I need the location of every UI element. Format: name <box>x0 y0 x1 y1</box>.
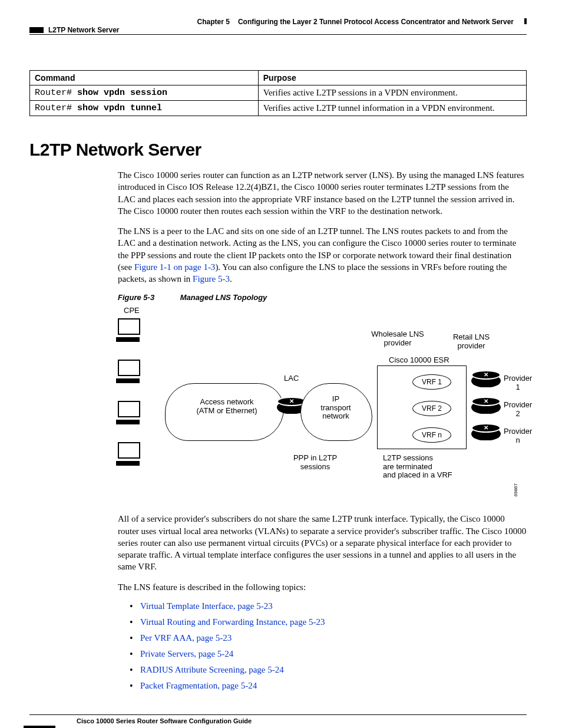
header-decor-bar-right <box>524 18 527 24</box>
body-paragraph: The LNS is a peer to the LAC and sits on… <box>118 225 527 285</box>
topic-link[interactable]: Virtual Routing and Forwarding Instance,… <box>140 617 325 627</box>
label-retail-lns: Retail LNS provider <box>448 333 495 350</box>
topic-link[interactable]: Virtual Template Interface, page 5-23 <box>140 601 273 611</box>
label-cisco-esr: Cisco 10000 ESR <box>389 356 449 364</box>
body-paragraph: All of a service provider's subscribers … <box>118 513 527 572</box>
label-lac: LAC <box>284 374 299 383</box>
label-sessions-terminated: L2TP sessions are terminated and placed … <box>383 454 465 479</box>
label-ip-transport: IP transport network <box>318 395 353 420</box>
list-item: Virtual Template Interface, page 5-23 <box>130 601 527 611</box>
cell-command: Router# show vpdn tunnel <box>30 101 259 116</box>
table-row: Router# show vpdn tunnel Verifies active… <box>30 101 527 116</box>
diagram-id-number: 69867 <box>513 483 518 496</box>
list-item: Per VRF AAA, page 5-23 <box>130 633 527 643</box>
list-item: Private Servers, page 5-24 <box>130 649 527 659</box>
list-item: Packet Fragmentation, page 5-24 <box>130 681 527 691</box>
label-access-network: Access network (ATM or Ethernet) <box>189 398 265 415</box>
table-row: Router# show vpdn session Verifies activ… <box>30 85 527 101</box>
body-paragraph: The Cisco 10000 series router can functi… <box>118 169 527 217</box>
cell-purpose: Verifies active L2TP tunnel information … <box>258 101 526 116</box>
router-icon <box>471 427 501 440</box>
label-provider: Provider n <box>504 427 532 444</box>
header-chapter: Chapter 5 Configuring the Layer 2 Tunnel… <box>197 18 527 26</box>
header-section-text: L2TP Network Server <box>48 26 120 34</box>
topic-list: Virtual Template Interface, page 5-23 Vi… <box>130 601 527 691</box>
topic-link[interactable]: Per VRF AAA, page 5-23 <box>140 633 232 643</box>
header-breadcrumb: L2TP Network Server <box>29 26 120 34</box>
body-paragraph: The LNS feature is described in the foll… <box>118 581 527 593</box>
th-command: Command <box>30 71 259 85</box>
page-footer: Cisco 10000 Series Router Software Confi… <box>29 714 527 728</box>
cpe-icon <box>118 360 139 381</box>
page-number-badge: 5-22 <box>24 726 55 728</box>
cell-purpose: Verifies active L2TP sessions in a VPDN … <box>258 85 526 101</box>
topic-link[interactable]: Private Servers, page 5-24 <box>140 649 233 658</box>
label-provider: Provider 1 <box>504 374 532 391</box>
network-topology-diagram: CPE Access network (ATM or Ethernet) LAC… <box>118 307 518 501</box>
cpe-icon <box>118 401 139 422</box>
cpe-icon <box>118 318 139 340</box>
page-header: L2TP Network Server Chapter 5 Configurin… <box>29 18 527 35</box>
table-header-row: Command Purpose <box>30 71 527 85</box>
chapter-title: Configuring the Layer 2 Tunnel Protocol … <box>238 18 514 26</box>
router-icon <box>471 401 501 414</box>
list-item: RADIUS Attribute Screening, page 5-24 <box>130 665 527 675</box>
label-ppp-sessions: PPP in L2TP sessions <box>289 454 342 471</box>
router-icon <box>471 374 501 387</box>
section-heading: L2TP Network Server <box>29 140 527 160</box>
cpe-icon <box>118 442 139 463</box>
footer-guide-title: Cisco 10000 Series Router Software Confi… <box>77 717 527 724</box>
cell-command: Router# show vpdn session <box>30 85 259 101</box>
topic-link[interactable]: RADIUS Attribute Screening, page 5-24 <box>140 665 284 674</box>
chapter-label: Chapter 5 <box>197 18 230 26</box>
topic-link[interactable]: Packet Fragmentation, page 5-24 <box>140 681 257 690</box>
document-page: L2TP Network Server Chapter 5 Configurin… <box>0 0 562 728</box>
label-wholesale-lns: Wholesale LNS provider <box>365 330 430 347</box>
th-purpose: Purpose <box>258 71 526 85</box>
label-cpe: CPE <box>124 307 140 315</box>
figure-title: Managed LNS Topology <box>180 293 267 302</box>
figure-caption: Figure 5-3 Managed LNS Topology <box>118 293 527 302</box>
figure-number: Figure 5-3 <box>118 293 154 302</box>
list-item: Virtual Routing and Forwarding Instance,… <box>130 617 527 627</box>
command-table: Command Purpose Router# show vpdn sessio… <box>29 70 527 116</box>
header-decor-bar <box>29 27 44 33</box>
label-provider: Provider 2 <box>504 401 532 418</box>
figure-crossref-link[interactable]: Figure 5-3 <box>193 274 230 284</box>
figure-crossref-link[interactable]: Figure 1-1 on page 1-3 <box>134 262 215 272</box>
